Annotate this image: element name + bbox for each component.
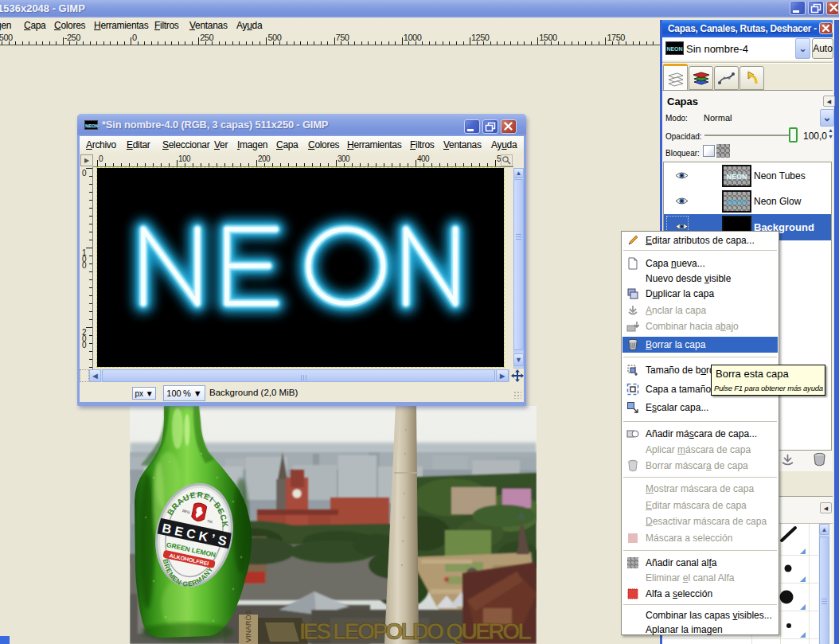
svg-text:VINARÒS: VINARÒS [244,610,252,642]
svg-text:IES LEOPOLDO QUEROL: IES LEOPOLDO QUEROL [299,619,532,644]
